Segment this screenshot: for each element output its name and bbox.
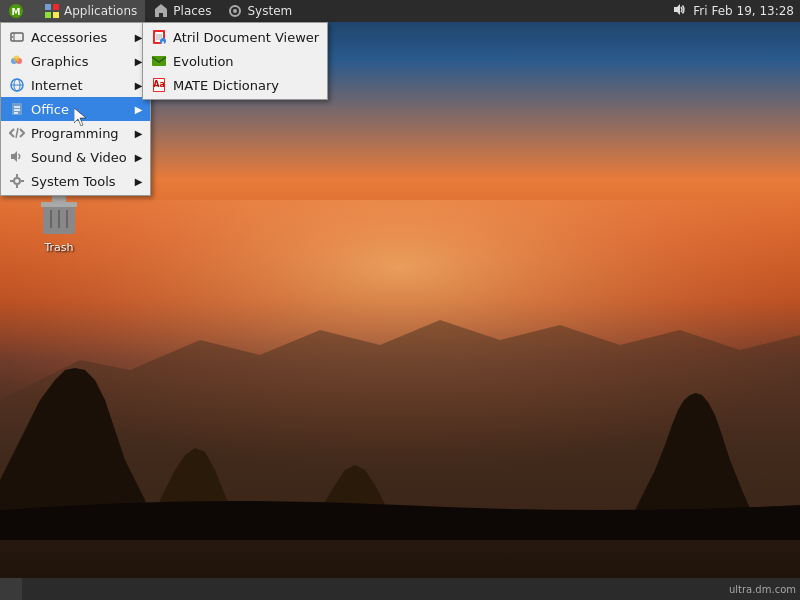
evolution-label: Evolution xyxy=(173,54,234,69)
show-desktop-button[interactable] xyxy=(0,578,22,600)
menu-item-internet[interactable]: Internet ▶ xyxy=(1,73,150,97)
programming-arrow: ▶ xyxy=(127,128,143,139)
desktop: M Applications Places xyxy=(0,0,800,600)
system-tools-arrow: ▶ xyxy=(127,176,143,187)
sound-video-icon xyxy=(9,149,25,165)
internet-label: Internet xyxy=(31,78,83,93)
atril-icon: A xyxy=(151,29,167,45)
menu-item-sound-video[interactable]: Sound & Video ▶ xyxy=(1,145,150,169)
applications-label: Applications xyxy=(64,4,137,18)
svg-rect-6 xyxy=(53,12,59,18)
system-label: System xyxy=(247,4,292,18)
mate-logo-button[interactable]: M xyxy=(0,0,36,22)
accessories-icon xyxy=(9,29,25,45)
svg-text:Aa: Aa xyxy=(153,80,165,89)
programming-icon xyxy=(9,125,25,141)
sound-video-arrow: ▶ xyxy=(127,152,143,163)
accessories-label: Accessories xyxy=(31,30,107,45)
bottom-panel: ultra.dm.com xyxy=(0,578,800,600)
atril-label: Atril Document Viewer xyxy=(173,30,319,45)
graphics-label: Graphics xyxy=(31,54,88,69)
panel-left: M Applications Places xyxy=(0,0,300,22)
trash-desktop-icon[interactable]: Trash xyxy=(35,190,83,254)
internet-icon xyxy=(9,77,25,93)
svg-rect-3 xyxy=(45,4,51,10)
svg-rect-40 xyxy=(41,202,77,207)
svg-rect-5 xyxy=(45,12,51,18)
svg-line-22 xyxy=(16,128,18,138)
office-submenu: A Atril Document Viewer Evolution Aa xyxy=(142,22,328,100)
system-menu-button[interactable]: System xyxy=(219,0,300,22)
office-arrow: ▶ xyxy=(127,104,143,115)
submenu-item-mate-dictionary[interactable]: Aa MATE Dictionary xyxy=(143,73,327,97)
menu-item-programming[interactable]: Programming ▶ xyxy=(1,121,150,145)
menu-item-accessories[interactable]: Accessories ▶ xyxy=(1,25,150,49)
office-icon xyxy=(9,101,25,117)
menu-item-office[interactable]: Office ▶ xyxy=(1,97,150,121)
system-tools-label: System Tools xyxy=(31,174,116,189)
evolution-icon xyxy=(151,53,167,69)
places-icon xyxy=(153,3,169,19)
places-menu-button[interactable]: Places xyxy=(145,0,219,22)
places-label: Places xyxy=(173,4,211,18)
svg-point-23 xyxy=(14,178,20,184)
mate-icon: M xyxy=(8,3,24,19)
top-panel: M Applications Places xyxy=(0,0,800,22)
svg-rect-41 xyxy=(52,196,66,202)
svg-point-8 xyxy=(233,9,237,13)
trash-label: Trash xyxy=(44,241,73,254)
background-mountains xyxy=(0,200,800,540)
trash-icon-image xyxy=(35,190,83,238)
programming-label: Programming xyxy=(31,126,119,141)
mate-dictionary-icon: Aa xyxy=(151,77,167,93)
svg-rect-4 xyxy=(53,4,59,10)
system-tools-icon xyxy=(9,173,25,189)
applications-menu: Accessories ▶ Graphics ▶ xyxy=(0,22,151,196)
submenu-item-evolution[interactable]: Evolution xyxy=(143,49,327,73)
svg-text:A: A xyxy=(161,40,165,46)
menu-item-graphics[interactable]: Graphics ▶ xyxy=(1,49,150,73)
volume-icon[interactable] xyxy=(671,2,687,21)
svg-text:M: M xyxy=(12,7,21,17)
applications-icon xyxy=(44,3,60,19)
submenu-item-atril[interactable]: A Atril Document Viewer xyxy=(143,25,327,49)
svg-point-11 xyxy=(12,36,14,38)
watermark-text: ultra.dm.com xyxy=(729,584,800,595)
accessories-arrow: ▶ xyxy=(127,32,143,43)
graphics-arrow: ▶ xyxy=(127,56,143,67)
mate-dictionary-label: MATE Dictionary xyxy=(173,78,279,93)
panel-clock[interactable]: Fri Feb 19, 13:28 xyxy=(693,4,794,18)
menu-item-system-tools[interactable]: System Tools ▶ xyxy=(1,169,150,193)
sound-video-label: Sound & Video xyxy=(31,150,127,165)
svg-point-14 xyxy=(14,56,20,62)
applications-menu-button[interactable]: Applications xyxy=(36,0,145,22)
internet-arrow: ▶ xyxy=(127,80,143,91)
system-icon xyxy=(227,3,243,19)
svg-rect-35 xyxy=(152,56,166,66)
panel-right: Fri Feb 19, 13:28 xyxy=(671,0,800,22)
office-label: Office xyxy=(31,102,69,117)
graphics-icon xyxy=(9,53,25,69)
